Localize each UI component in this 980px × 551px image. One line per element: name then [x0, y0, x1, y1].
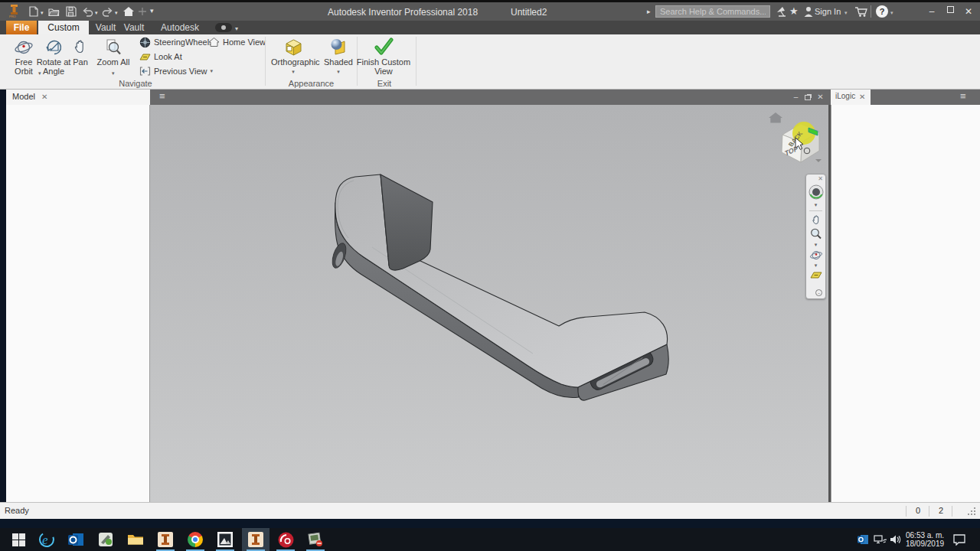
clock-date: 18/09/2019 — [903, 540, 946, 548]
taskbar: e — [0, 528, 980, 551]
navbar-zoom-button[interactable] — [806, 227, 825, 243]
navbar-look-at-button[interactable] — [806, 269, 825, 283]
tab-autodesk-a360[interactable]: Autodesk A360 — [151, 21, 209, 34]
sign-in-button[interactable]: Sign In — [815, 7, 841, 16]
taskbar-internet-explorer-icon[interactable]: e — [33, 528, 60, 551]
qat-customize-caret-icon[interactable]: ▾ — [150, 4, 154, 18]
steeringwheels-button[interactable]: SteeringWheels — [139, 37, 214, 47]
model-tab-label: Model — [12, 92, 35, 101]
model-panel-menu-icon[interactable]: ≡ — [159, 90, 165, 102]
home-icon[interactable] — [122, 5, 135, 18]
previous-view-label: Previous View — [154, 67, 207, 76]
finish-custom-view-button[interactable]: Finish Custom View — [353, 36, 414, 76]
ilogic-tab-close-icon[interactable]: ✕ — [859, 93, 865, 101]
inventor-logo-icon[interactable]: PRO — [7, 3, 22, 18]
start-button[interactable] — [5, 528, 32, 551]
handle-upper-end-face[interactable] — [381, 174, 433, 270]
handle-part-model[interactable] — [150, 105, 828, 502]
status-counter-a: 0 — [908, 506, 928, 515]
free-orbit-button[interactable]: Free Orbit ▾ — [8, 36, 40, 76]
home-view-button[interactable]: Home View — [208, 37, 266, 47]
viewcube-menu-caret-icon[interactable] — [815, 159, 822, 162]
status-bar: Ready 0 2 — [0, 502, 980, 519]
redo-caret-icon[interactable]: ▾ — [115, 6, 118, 20]
store-cart-icon[interactable] — [854, 5, 868, 21]
navbar-customize-icon[interactable]: - — [815, 289, 822, 296]
shaded-button[interactable]: Shaded ▾ — [321, 36, 356, 77]
window-maximize-button[interactable] — [942, 2, 959, 18]
orthographic-button[interactable]: Orthographic ▾ — [271, 36, 315, 77]
shaded-caret-icon[interactable]: ▾ — [321, 67, 356, 77]
ilogic-panel-menu-icon[interactable]: ≡ — [960, 90, 966, 102]
tab-custom-view[interactable]: Custom View — [38, 21, 89, 34]
tab-vault-2[interactable]: Vault — [120, 21, 148, 34]
document-minimize-button[interactable]: – — [791, 92, 801, 102]
zoom-all-button[interactable]: Zoom All ▾ — [95, 36, 132, 67]
taskbar-clock[interactable]: 06:53 a. m. 18/09/2019 — [903, 531, 946, 548]
navbar-close-icon[interactable]: ✕ — [818, 175, 823, 182]
pan-button[interactable]: Pan — [69, 36, 92, 67]
tray-outlook-icon[interactable] — [858, 528, 869, 551]
redo-icon[interactable] — [102, 5, 114, 18]
add-tool-icon[interactable] — [137, 5, 148, 18]
help-icon[interactable]: ? — [876, 5, 888, 18]
previous-view-caret-icon[interactable]: ▾ — [211, 68, 214, 74]
taskbar-image-viewer-icon[interactable] — [302, 528, 329, 551]
svg-text:e: e — [42, 533, 48, 547]
taskbar-inventor-icon[interactable] — [152, 528, 179, 551]
navigation-bar: ✕ ▾ ▾ ▾ - — [805, 174, 826, 299]
search-input[interactable] — [655, 5, 770, 18]
viewcube-home-icon[interactable] — [769, 112, 782, 123]
taskbar-inventor-active-icon[interactable] — [242, 528, 270, 551]
window-close-button[interactable]: ✕ — [960, 4, 977, 19]
tab-file[interactable]: File — [6, 21, 37, 34]
navbar-zoom-caret-icon[interactable]: ▾ — [806, 242, 825, 248]
document-restore-button[interactable] — [802, 93, 812, 103]
help-caret-icon[interactable]: ▾ — [890, 6, 893, 20]
look-at-button[interactable]: Look At — [139, 51, 182, 62]
model-browser-panel[interactable] — [6, 105, 150, 502]
model-panel-tab[interactable]: Model ✕ — [6, 90, 150, 105]
taskbar-outlook-icon[interactable] — [62, 528, 90, 551]
orthographic-caret-icon[interactable]: ▾ — [271, 67, 315, 77]
open-file-icon[interactable] — [47, 5, 60, 18]
undo-caret-icon[interactable]: ▾ — [95, 6, 98, 20]
ilogic-panel[interactable] — [831, 105, 980, 502]
community-icon[interactable] — [775, 5, 787, 21]
navigation-wheel-button[interactable] — [806, 184, 825, 204]
taskbar-screen-capture-tool-icon[interactable] — [92, 528, 119, 551]
window-minimize-button[interactable]: – — [923, 4, 940, 19]
rotate-at-angle-button[interactable]: Rotate at Angle — [36, 36, 71, 76]
ribbon: Free Orbit ▾ Rotate at Angle Pan Zoom Al… — [0, 34, 980, 90]
zoom-all-caret-icon[interactable]: ▾ — [112, 69, 115, 78]
graphics-viewport[interactable]: BACK TOP ✕ ▾ ▾ ▾ — [150, 105, 828, 502]
previous-view-button[interactable]: Previous View ▾ — [139, 66, 213, 77]
taskbar-photos-icon[interactable] — [211, 528, 239, 551]
user-icon[interactable] — [803, 5, 814, 21]
shaded-sphere-icon — [321, 36, 356, 57]
previous-view-icon — [139, 66, 151, 77]
search-expand-arrow-icon[interactable]: ▸ — [647, 5, 651, 18]
save-icon[interactable] — [65, 5, 77, 18]
viewcube[interactable]: BACK TOP — [766, 108, 825, 168]
new-file-caret-icon[interactable]: ▾ — [41, 6, 44, 20]
favorites-star-icon[interactable]: ★ — [789, 5, 799, 18]
action-center-icon[interactable] — [952, 528, 966, 551]
taskbar-file-explorer-icon[interactable] — [122, 528, 149, 551]
ilogic-panel-tab[interactable]: iLogic ✕ — [831, 90, 871, 105]
webcam-icon[interactable] — [215, 23, 232, 32]
model-tab-close-icon[interactable]: ✕ — [41, 93, 47, 101]
new-file-icon[interactable] — [28, 5, 39, 18]
clock-time: 06:53 a. m. — [903, 531, 946, 540]
sign-in-caret-icon[interactable]: ▾ — [844, 6, 848, 20]
tab-vault-1[interactable]: Vault — [92, 21, 119, 34]
tray-network-icon[interactable] — [874, 528, 887, 551]
tray-volume-icon[interactable] — [890, 528, 902, 551]
steeringwheels-icon — [139, 37, 151, 48]
taskbar-chrome-icon[interactable] — [181, 528, 209, 551]
document-close-button[interactable]: ✕ — [815, 92, 825, 102]
navigation-wheel-caret-icon[interactable]: ▾ — [806, 202, 825, 208]
navbar-orbit-caret-icon[interactable]: ▾ — [806, 262, 825, 269]
taskbar-screen-recorder-icon[interactable] — [272, 528, 299, 551]
undo-icon[interactable] — [81, 5, 93, 18]
